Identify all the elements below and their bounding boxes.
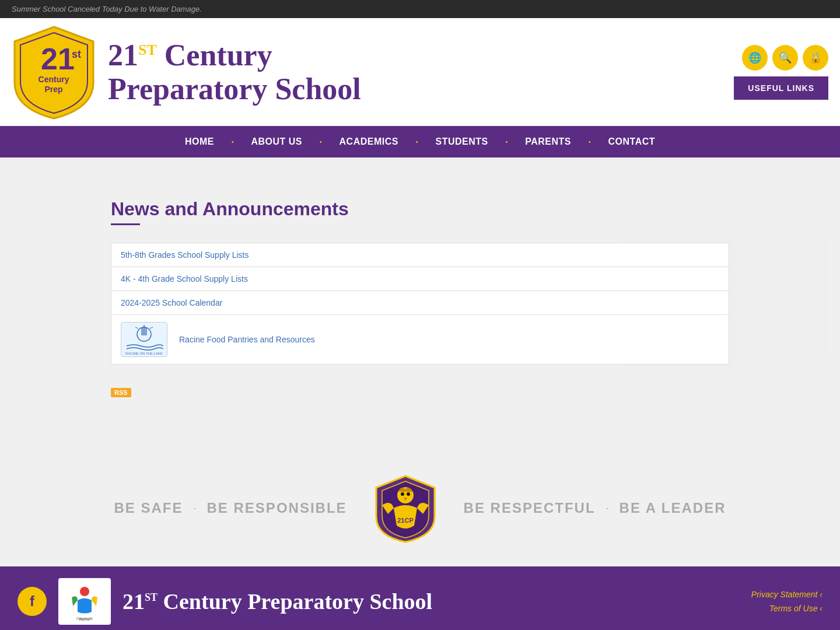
motto-dot-2: ·	[606, 502, 609, 514]
footer-links: Privacy Statement Terms of Use	[751, 590, 822, 613]
terms-link[interactable]: Terms of Use	[769, 604, 822, 613]
facebook-button[interactable]: f	[18, 587, 47, 616]
nav-dot-1: •	[232, 139, 234, 145]
motto-dot-1: ·	[194, 502, 197, 514]
facebook-icon: f	[30, 593, 34, 610]
svg-text:21: 21	[41, 42, 75, 76]
footer-school-name: 21ST Century Preparatory School	[123, 589, 740, 614]
svg-text:st: st	[72, 48, 81, 60]
news-title: News and Announcements	[111, 198, 729, 220]
racine-logo: RACINE ON THE LAKE	[121, 322, 167, 357]
school-logo[interactable]: 21 st Century Prep	[12, 24, 96, 120]
news-list: 5th-8th Grades School Supply Lists 4K - …	[111, 243, 729, 365]
announcement-text: Summer School Canceled Today Due to Wate…	[12, 5, 202, 13]
nav-academics[interactable]: ACADEMICS	[323, 126, 415, 158]
svg-point-12	[401, 492, 404, 496]
motto-band: BE SAFE · BE RESPONSIBLE 21CP BE RESPECT…	[0, 450, 840, 566]
footer-purple: f Racine Community 21ST Century Preparat…	[0, 566, 840, 630]
nav-dot-2: •	[320, 139, 322, 145]
header-icons: 🌐 🔍 🔒	[742, 45, 828, 71]
svg-text:Century: Century	[38, 75, 69, 84]
main-nav: HOME • ABOUT US • ACADEMICS • STUDENTS •…	[0, 126, 840, 158]
nav-contact[interactable]: CONTACT	[592, 126, 672, 158]
header-right: 🌐 🔍 🔒 USEFUL LINKS	[734, 45, 828, 100]
svg-text:Prep: Prep	[44, 85, 62, 94]
motto-safe: BE SAFE	[114, 500, 183, 516]
motto-respectful: BE RESPECTFUL	[464, 500, 596, 516]
translate-button[interactable]: 🌐	[742, 45, 768, 71]
school-mascot: 21CP	[370, 473, 440, 543]
news-link-1[interactable]: 5th-8th Grades School Supply Lists	[121, 250, 249, 260]
lock-icon: 🔒	[809, 51, 822, 64]
news-link-2[interactable]: 4K - 4th Grade School Supply Lists	[121, 274, 248, 284]
svg-text:Community: Community	[76, 617, 93, 620]
svg-rect-6	[141, 327, 147, 335]
login-button[interactable]: 🔒	[803, 45, 828, 71]
svg-text:RACINE ON THE LAKE: RACINE ON THE LAKE	[125, 352, 163, 355]
search-icon: 🔍	[779, 51, 792, 64]
community-foundation-logo: Racine Community	[58, 578, 111, 625]
nav-dot-4: •	[506, 139, 508, 145]
motto-responsible: BE RESPONSIBLE	[207, 500, 347, 516]
nav-students[interactable]: STUDENTS	[419, 126, 504, 158]
header: 21 st Century Prep 21ST Century Preparat…	[0, 18, 840, 126]
news-section: News and Announcements 5th-8th Grades Sc…	[99, 181, 741, 415]
nav-dot-3: •	[416, 139, 418, 145]
svg-point-16	[80, 587, 89, 596]
nav-home[interactable]: HOME	[169, 126, 230, 158]
news-underline	[111, 223, 140, 225]
search-button[interactable]: 🔍	[772, 45, 798, 71]
list-item: 4K - 4th Grade School Supply Lists	[111, 267, 729, 291]
rss-section: RSS	[111, 376, 729, 397]
content-area: News and Announcements 5th-8th Grades Sc…	[0, 158, 840, 450]
useful-links-button[interactable]: USEFUL LINKS	[734, 76, 828, 100]
list-item: 2024-2025 School Calendar	[111, 291, 729, 315]
privacy-link[interactable]: Privacy Statement	[751, 590, 822, 599]
nav-parents[interactable]: PARENTS	[509, 126, 587, 158]
motto-leader: BE A LEADER	[620, 500, 726, 516]
translate-icon: 🌐	[748, 51, 761, 64]
announcement-bar: Summer School Canceled Today Due to Wate…	[0, 0, 840, 18]
rss-badge[interactable]: RSS	[111, 388, 131, 397]
school-name: 21ST Century Preparatory School	[108, 38, 734, 105]
list-item: RACINE ON THE LAKE Racine Food Pantries …	[111, 315, 729, 364]
svg-point-13	[407, 492, 410, 496]
news-link-4[interactable]: Racine Food Pantries and Resources	[179, 335, 315, 344]
list-item: 5th-8th Grades School Supply Lists	[111, 243, 729, 267]
nav-dot-5: •	[589, 139, 591, 145]
nav-about[interactable]: ABOUT US	[235, 126, 318, 158]
school-title: 21ST Century Preparatory School	[108, 38, 734, 105]
news-link-3[interactable]: 2024-2025 School Calendar	[121, 298, 222, 307]
svg-text:21CP: 21CP	[397, 517, 414, 524]
